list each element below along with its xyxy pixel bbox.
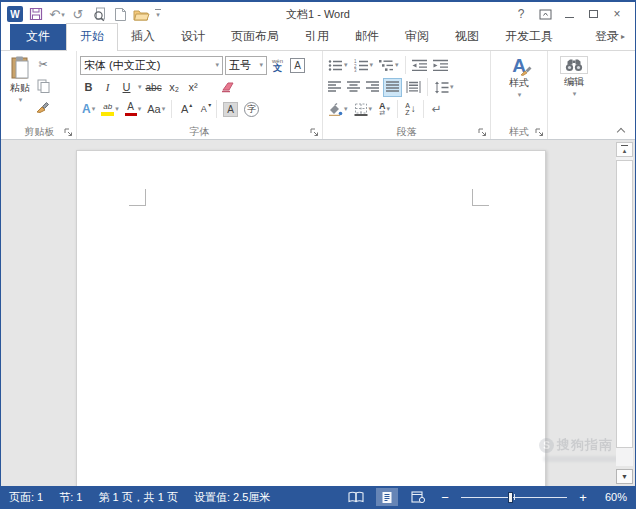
maximize-button[interactable] (581, 4, 605, 24)
web-layout-icon[interactable] (407, 488, 429, 506)
tab-insert[interactable]: 插入 (118, 24, 168, 50)
font-color-icon[interactable]: A▾ (123, 100, 144, 119)
collapse-ribbon-icon[interactable] (618, 127, 626, 135)
font-name-select[interactable]: 宋体 (中文正文)▾ (80, 56, 223, 75)
document-page[interactable] (76, 150, 546, 486)
shading-icon[interactable]: ▾ (326, 100, 350, 119)
margin-corner-top-left (129, 189, 146, 206)
clipboard-dialog-launcher-icon[interactable] (64, 128, 73, 137)
copy-icon[interactable] (34, 76, 52, 95)
borders-icon[interactable]: ▾ (352, 100, 375, 119)
distribute-icon[interactable] (404, 78, 423, 97)
tab-file[interactable]: 文件 (10, 24, 66, 50)
save-icon[interactable] (28, 5, 44, 23)
help-icon[interactable]: ? (509, 4, 533, 24)
clipboard-icon (10, 56, 30, 80)
align-center-icon[interactable] (345, 78, 362, 97)
paste-button[interactable]: 粘贴 ▾ (6, 54, 34, 124)
tab-page-layout[interactable]: 页面布局 (218, 24, 292, 50)
new-document-icon[interactable] (112, 5, 128, 23)
italic-button[interactable]: I (99, 78, 116, 97)
shrink-font-icon[interactable]: A▾ (195, 100, 212, 119)
paragraph-dialog-launcher-icon[interactable] (478, 128, 487, 137)
styles-dropdown-icon[interactable]: ▾ (518, 91, 522, 99)
align-left-icon[interactable] (326, 78, 343, 97)
strikethrough-button[interactable]: abc (144, 78, 164, 97)
grow-font-icon[interactable]: A▴ (176, 100, 193, 119)
close-button[interactable]: × (605, 4, 629, 24)
superscript-button[interactable]: x² (185, 78, 202, 97)
tab-view[interactable]: 视图 (442, 24, 492, 50)
customize-qat-icon[interactable]: ▾ (155, 9, 161, 19)
scroll-up-icon[interactable]: ▴ (616, 142, 633, 157)
scroll-down-icon[interactable]: ▼ (616, 469, 633, 484)
undo-button[interactable]: ↶▾ (49, 5, 65, 23)
zoom-in-button[interactable]: + (576, 489, 590, 505)
paste-dropdown-icon[interactable]: ▾ (19, 96, 23, 104)
underline-button[interactable]: U (118, 78, 135, 97)
font-size-select[interactable]: 五号▾ (225, 56, 267, 75)
zoom-level[interactable]: 60% (599, 491, 627, 503)
font-row-2: B I U ▾ abc x₂ x² (80, 76, 319, 98)
text-highlight-color-icon[interactable]: ab▾ (99, 100, 121, 119)
bullets-icon[interactable]: ▾ (326, 56, 350, 75)
quick-access-toolbar: W ↶▾ ↺ ▾ (1, 5, 161, 23)
zoom-slider[interactable] (461, 490, 567, 504)
text-effects-icon[interactable]: A▾ (80, 100, 97, 119)
editing-dropdown-icon[interactable]: ▾ (573, 90, 577, 98)
chevron-down-icon: ▾ (215, 61, 219, 69)
enclose-characters-icon[interactable]: 字 (242, 100, 261, 119)
status-section[interactable]: 节: 1 (59, 490, 82, 505)
underline-dropdown-icon[interactable]: ▾ (138, 83, 142, 91)
status-page-count[interactable]: 第 1 页，共 1 页 (98, 490, 177, 505)
character-shading-icon[interactable]: A (221, 100, 240, 119)
status-page[interactable]: 页面: 1 (9, 490, 43, 505)
redo-button[interactable]: ↺ (70, 5, 86, 23)
show-hide-marks-icon[interactable]: ↵ (428, 100, 445, 119)
clear-formatting-icon[interactable] (218, 78, 237, 97)
change-case-icon[interactable]: Aa▾ (145, 100, 167, 119)
font-dialog-launcher-icon[interactable] (310, 128, 319, 137)
print-layout-icon[interactable] (376, 488, 398, 506)
subscript-button[interactable]: x₂ (166, 78, 183, 97)
cut-icon[interactable]: ✂ (34, 55, 52, 74)
tab-developer[interactable]: 开发工具 (492, 24, 566, 50)
decrease-indent-icon[interactable] (410, 56, 429, 75)
minimize-button[interactable] (557, 4, 581, 24)
undo-dropdown-icon[interactable]: ▾ (61, 11, 65, 18)
character-border-icon[interactable]: A (288, 56, 307, 75)
zoom-slider-thumb[interactable] (508, 492, 513, 503)
styles-dialog-launcher-icon[interactable] (535, 128, 544, 137)
sign-in-link[interactable]: 登录▸ (591, 24, 629, 50)
justify-icon[interactable] (383, 78, 402, 97)
tab-design[interactable]: 设计 (168, 24, 218, 50)
ribbon-display-options-icon[interactable] (533, 4, 557, 24)
tab-home[interactable]: 开始 (66, 23, 118, 51)
status-setting[interactable]: 设置值: 2.5厘米 (194, 490, 270, 505)
paragraph-group-label: 段落 (397, 125, 417, 139)
sort-icon[interactable]: AZ ↓ (402, 100, 419, 119)
asian-layout-icon[interactable]: A⇄ ▾ (376, 100, 393, 119)
word-app-icon[interactable]: W (7, 6, 23, 22)
zoom-out-button[interactable]: − (438, 489, 452, 505)
tab-mailings[interactable]: 邮件 (342, 24, 392, 50)
editing-group: 编辑 ▾ (548, 51, 600, 139)
bold-button[interactable]: B (80, 78, 97, 97)
print-preview-icon[interactable] (91, 5, 107, 23)
editing-button[interactable]: 编辑 ▾ (556, 54, 592, 124)
tab-references[interactable]: 引用 (292, 24, 342, 50)
read-mode-icon[interactable] (345, 488, 367, 506)
format-painter-icon[interactable] (34, 97, 52, 116)
multilevel-list-icon[interactable]: ▾ (377, 56, 401, 75)
styles-button[interactable]: A 样式 ▾ (505, 54, 533, 124)
open-folder-icon[interactable] (133, 5, 150, 23)
numbering-icon[interactable]: 123 ▾ (352, 56, 376, 75)
scrollbar-thumb[interactable] (616, 160, 633, 448)
line-spacing-icon[interactable]: ▾ (432, 78, 456, 97)
increase-indent-icon[interactable] (431, 56, 450, 75)
vertical-scrollbar[interactable]: ▴ (616, 142, 633, 466)
phonetic-guide-icon[interactable]: wén文 (269, 56, 286, 75)
align-right-icon[interactable] (364, 78, 381, 97)
status-bar: 页面: 1 节: 1 第 1 页，共 1 页 设置值: 2.5厘米 − + 60… (1, 486, 635, 508)
tab-review[interactable]: 审阅 (392, 24, 442, 50)
